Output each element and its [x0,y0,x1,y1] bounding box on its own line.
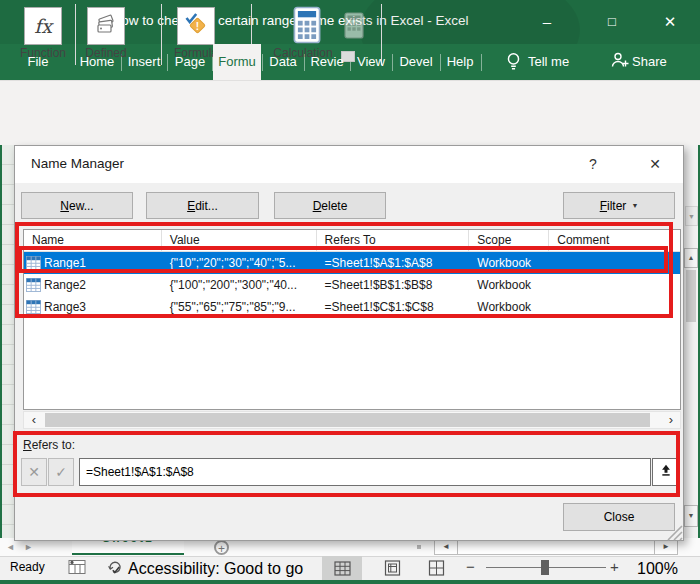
vertical-scroll-up-button[interactable]: ▲ [684,248,698,268]
collapse-dialog-button[interactable] [652,458,679,486]
cancel-x-icon: ✕ [28,464,40,480]
filter-dropdown-arrow-icon: ▼ [631,202,638,209]
svg-text:!: ! [196,21,199,32]
page-break-preview-button[interactable] [416,556,456,580]
status-ready-label: Ready [10,560,45,574]
insert-function-button[interactable]: fx [24,7,62,45]
column-header-scope[interactable]: Scope [469,230,549,251]
tab-page-layout[interactable]: Page [168,44,212,80]
ribbon [0,80,700,145]
share-icon [610,52,630,70]
range-grid-icon [26,300,41,314]
accept-edit-button[interactable]: ✓ [48,458,74,486]
range-grid-icon [26,256,41,270]
dialog-close-icon[interactable]: ✕ [635,150,675,178]
window-title: How to check if a certain range name exi… [70,13,510,28]
refers-to-input[interactable] [79,458,651,486]
sheet-nav-right-icon[interactable]: ► [24,542,33,552]
close-window-button[interactable]: ✕ [650,8,690,36]
new-button[interactable]: New... [21,192,133,219]
hscroll-right-button[interactable]: ► [654,540,677,554]
column-header-value[interactable]: Value [162,230,317,251]
macro-record-icon[interactable] [68,559,86,575]
filter-button[interactable]: Filter▼ [563,192,675,219]
minimize-button[interactable]: – [527,8,567,36]
zoom-in-button[interactable]: + [610,558,619,575]
error-checking-icon: ! [183,11,209,41]
tab-help[interactable]: Help [441,44,479,80]
defined-names-button[interactable] [87,7,125,45]
page-break-icon [428,560,445,576]
accessibility-icon [106,558,124,576]
tab-file[interactable]: File [16,44,60,80]
tab-data[interactable]: Data [263,44,303,80]
formula-bar-expand-icon[interactable]: ▼ [685,206,698,226]
table-row-range2[interactable]: Range2 {"100";"200";"300";"40... =Sheet1… [24,274,680,296]
list-scroll-right-button[interactable]: › [663,413,679,427]
dialog-help-button[interactable]: ? [575,150,611,178]
zoom-slider-thumb[interactable] [541,560,549,575]
column-header-name[interactable]: Name [24,230,162,251]
new-sheet-button[interactable]: + [214,540,229,555]
worksheet-left-sliver [0,145,14,556]
window-bottom-edge [0,580,700,584]
column-header-comment[interactable]: Comment [549,230,680,251]
refers-to-label: Refers to: [23,438,75,452]
normal-view-button[interactable] [322,556,362,580]
page-layout-view-button[interactable] [372,556,412,580]
names-list: Name Value Refers To Scope Comment Range… [23,229,681,410]
tell-me-box[interactable]: Tell me [528,44,569,80]
accept-check-icon: ✓ [55,464,67,480]
tab-developer[interactable]: Devel [393,44,439,80]
tab-separator [481,54,482,71]
calculate-sheet-icon[interactable] [344,12,364,39]
list-scroll-thumb[interactable] [45,413,650,427]
dialog-title-bar[interactable]: Name Manager ? ✕ [15,146,683,183]
cancel-edit-button[interactable]: ✕ [21,458,47,486]
tab-splitter-handle[interactable] [417,545,421,549]
lightbulb-icon [505,51,522,72]
collapse-arrow-icon [659,463,673,482]
names-list-header: Name Value Refers To Scope Comment [24,230,680,252]
edit-button[interactable]: Edit... [146,192,259,219]
close-button[interactable]: Close [563,503,675,531]
column-header-refers-to[interactable]: Refers To [317,230,470,251]
range-grid-icon [26,278,41,292]
fx-icon: fx [34,15,52,37]
hscroll-left-button[interactable]: ◄ [435,540,458,554]
vertical-scroll-down-button[interactable]: ▼ [684,505,698,527]
zoom-level-label[interactable]: 100% [637,560,678,578]
tab-review[interactable]: Revie [305,44,349,80]
list-horizontal-scrollbar[interactable]: ‹ › [23,411,681,429]
tab-insert[interactable]: Insert [122,44,166,80]
defined-names-icon [94,12,118,40]
page-layout-icon [384,560,401,576]
tab-view[interactable]: View [351,44,391,80]
list-scroll-left-button[interactable]: ‹ [26,413,42,427]
accessibility-status-label[interactable]: Accessibility: Good to go [128,560,303,578]
zoom-out-button[interactable]: − [466,558,475,575]
worksheet-horizontal-scrollbar[interactable]: ◄ ► [434,539,678,555]
table-row-range1[interactable]: Range1 {"10";"20";"30";"40";"5... =Sheet… [24,252,680,274]
maximize-button[interactable]: □ [592,8,632,36]
calculate-now-icon[interactable] [293,6,321,44]
excel-window: » How to check if a certain range name e… [0,0,700,584]
dialog-resize-grip[interactable] [665,523,683,541]
error-checking-button[interactable]: ! [177,7,215,45]
share-button[interactable]: Share [632,44,667,80]
table-row-range3[interactable]: Range3 {"55";"65";"75";"85";"9... =Sheet… [24,296,680,318]
sheet-nav-left-icon[interactable]: ◄ [6,542,15,552]
delete-button[interactable]: Delete [274,192,386,219]
name-manager-dialog: Name Manager ? ✕ New... Edit... Delete F… [14,145,684,541]
vertical-scroll-thumb[interactable] [686,270,696,322]
dialog-title: Name Manager [31,156,124,171]
normal-view-icon [334,561,351,576]
tab-home[interactable]: Home [74,44,120,80]
tab-formulas-selected[interactable]: Formu [213,44,261,80]
